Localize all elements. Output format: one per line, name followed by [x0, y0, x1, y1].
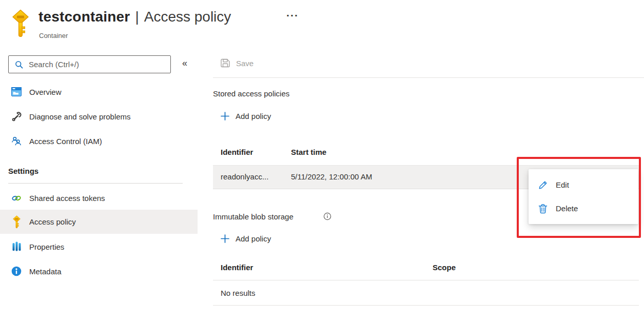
- collapse-sidebar-button[interactable]: «: [182, 58, 187, 69]
- column-header-identifier: Identifier: [221, 148, 253, 156]
- add-immutable-policy-button[interactable]: Add policy: [221, 234, 271, 243]
- key-icon: [11, 9, 30, 40]
- sidebar-item-metadata[interactable]: Metadata: [0, 259, 198, 284]
- page-title-secondary: Access policy: [144, 9, 231, 25]
- table-header-divider: [213, 280, 639, 280]
- column-header-identifier: Identifier: [221, 263, 253, 272]
- toolbar-divider: [213, 77, 644, 78]
- sidebar-item-label: Overview: [29, 88, 62, 96]
- sidebar-item-properties[interactable]: Properties: [0, 234, 198, 259]
- save-button[interactable]: Save: [220, 57, 253, 69]
- sidebar-divider: [8, 183, 183, 184]
- cell-start-time: 5/11/2022, 12:00:00 AM: [291, 172, 372, 181]
- cell-identifier: readonlyacc...: [221, 172, 268, 181]
- people-icon: [11, 135, 22, 147]
- column-header-scope: Scope: [433, 263, 456, 272]
- stored-policies-heading: Stored access policies: [213, 89, 289, 98]
- link-rings-icon: [11, 192, 22, 204]
- add-policy-label: Add policy: [236, 112, 271, 120]
- sidebar-item-label: Properties: [29, 243, 64, 251]
- pencil-icon: [538, 180, 548, 190]
- table-bottom-divider: [213, 305, 639, 306]
- sidebar-item-access-policy[interactable]: Access policy: [0, 210, 198, 234]
- save-button-label: Save: [236, 59, 253, 68]
- context-menu-edit[interactable]: Edit: [529, 173, 638, 197]
- sidebar-section-settings: Settings: [8, 167, 38, 175]
- more-menu-button[interactable]: ···: [286, 9, 299, 22]
- page-title-primary: testcontainer: [38, 9, 130, 25]
- sidebar-item-shared-access-tokens[interactable]: Shared access tokens: [0, 186, 198, 210]
- sidebar-item-label: Shared access tokens: [29, 194, 105, 203]
- sidebar-item-label: Metadata: [29, 267, 62, 276]
- add-policy-label: Add policy: [236, 234, 271, 243]
- context-menu-delete[interactable]: Delete: [529, 197, 638, 220]
- key-icon: [11, 216, 22, 228]
- trash-icon: [538, 204, 548, 214]
- column-header-start-time: Start time: [291, 148, 326, 156]
- info-filled-icon: [11, 266, 22, 277]
- sidebar-item-label: Access policy: [29, 217, 76, 226]
- empty-table-text: No results: [221, 289, 256, 297]
- search-icon: [14, 60, 24, 69]
- context-menu-item-label: Edit: [556, 180, 569, 189]
- page-title-separator: |: [135, 9, 139, 25]
- save-icon: [220, 57, 231, 69]
- row-context-menu: Edit Delete: [529, 169, 638, 224]
- page-title: testcontainer|Access policy: [38, 9, 231, 25]
- access-policy-page: testcontainer|Access policy ··· Containe…: [0, 0, 644, 323]
- immutable-heading: Immutable blob storage: [213, 212, 294, 221]
- sidebar-item-access-control[interactable]: Access Control (IAM): [0, 129, 198, 153]
- plus-icon: [221, 234, 229, 243]
- context-menu-item-label: Delete: [556, 204, 578, 213]
- sidebar-item-diagnose[interactable]: Diagnose and solve problems: [0, 104, 198, 129]
- add-stored-policy-button[interactable]: Add policy: [221, 112, 271, 120]
- sidebar-item-label: Diagnose and solve problems: [29, 112, 131, 121]
- resource-type-label: Container: [39, 32, 68, 39]
- sidebar-search[interactable]: [8, 55, 171, 73]
- sliders-icon: [11, 241, 22, 252]
- sidebar-item-overview[interactable]: Overview: [0, 79, 198, 104]
- search-input[interactable]: [28, 59, 170, 69]
- info-tooltip-icon[interactable]: [323, 212, 331, 223]
- wrench-icon: [11, 111, 22, 122]
- plus-icon: [221, 112, 229, 120]
- overview-icon: [11, 86, 22, 97]
- sidebar-item-label: Access Control (IAM): [29, 137, 102, 146]
